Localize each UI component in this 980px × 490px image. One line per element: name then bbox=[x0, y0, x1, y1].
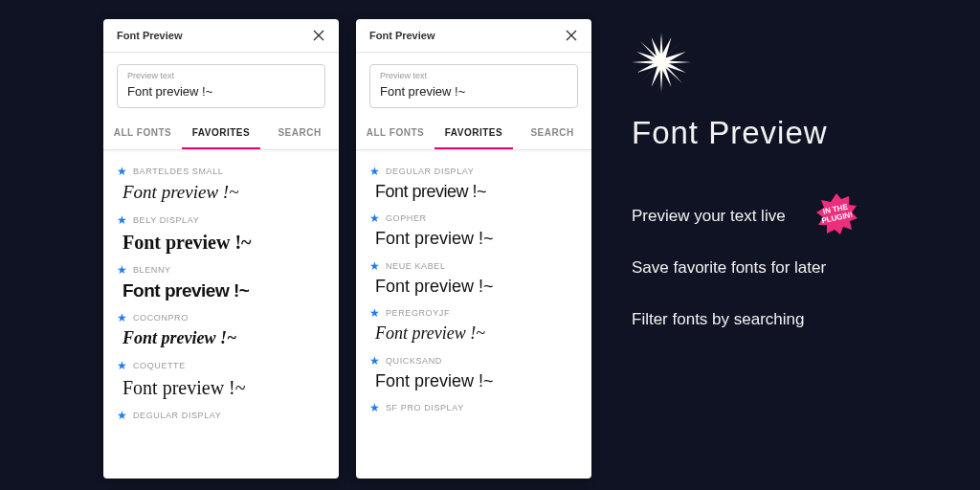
font-name-label: PEREGROYJF bbox=[386, 308, 450, 318]
font-item[interactable]: ★BLENNYFont preview !~ bbox=[117, 264, 325, 303]
font-name-label: BARTELDES SMALL bbox=[133, 167, 223, 176]
preview-text-field[interactable]: Preview text bbox=[369, 64, 578, 108]
feature-save: Save favorite fonts for later bbox=[632, 258, 826, 278]
font-preview-panel-1: Font Preview Preview text ALL FONTS FAVO… bbox=[103, 19, 339, 479]
font-sample: Font preview !~ bbox=[122, 230, 325, 255]
window-title: Font Preview bbox=[369, 30, 434, 41]
favorite-star-icon[interactable]: ★ bbox=[117, 360, 127, 371]
favorite-star-icon[interactable]: ★ bbox=[117, 214, 127, 226]
favorite-star-icon[interactable]: ★ bbox=[369, 355, 380, 367]
favorite-star-icon[interactable]: ★ bbox=[369, 166, 380, 177]
font-name-label: COCONPRO bbox=[133, 313, 189, 323]
preview-input[interactable] bbox=[127, 84, 315, 99]
favorite-star-icon[interactable]: ★ bbox=[369, 402, 380, 413]
tab-all-fonts[interactable]: ALL FONTS bbox=[356, 118, 434, 149]
font-sample: Font preview !~ bbox=[122, 375, 325, 400]
font-item[interactable]: ★GOPHERFont preview !~ bbox=[369, 212, 578, 250]
font-name-label: QUICKSAND bbox=[386, 356, 442, 366]
close-icon[interactable] bbox=[565, 29, 578, 42]
in-the-plugin-badge: IN THE PLUGIN! bbox=[813, 191, 859, 242]
font-name-label: COQUETTE bbox=[133, 361, 186, 370]
font-sample: Font preview !~ bbox=[375, 370, 578, 392]
preview-label: Preview text bbox=[127, 71, 315, 80]
close-icon[interactable] bbox=[312, 29, 325, 42]
font-sample: Font preview !~ bbox=[375, 181, 578, 203]
font-sample: Font preview !~ bbox=[375, 228, 578, 250]
favorite-star-icon[interactable]: ★ bbox=[369, 212, 380, 224]
font-item[interactable]: ★BARTELDES SMALLFont preview !~ bbox=[117, 166, 325, 205]
preview-label: Preview text bbox=[380, 71, 568, 80]
font-name-label: SF PRO DISPLAY bbox=[386, 403, 464, 412]
font-list: ★DEGULAR DISPLAYFont preview !~★GOPHERFo… bbox=[356, 150, 591, 479]
font-name-label: DEGULAR DISPLAY bbox=[386, 167, 474, 176]
panel-header: Font Preview bbox=[356, 19, 591, 53]
font-sample: Font preview !~ bbox=[122, 279, 325, 303]
font-name-label: DEGULAR DISPLAY bbox=[133, 411, 221, 420]
font-name-label: NEUE KABEL bbox=[386, 261, 446, 271]
tab-bar: ALL FONTS FAVORITES SEARCH bbox=[356, 118, 591, 150]
font-item[interactable]: ★NEUE KABELFont preview !~ bbox=[369, 260, 578, 298]
preview-text-field[interactable]: Preview text bbox=[117, 64, 325, 108]
favorite-star-icon[interactable]: ★ bbox=[117, 410, 127, 421]
feature-filter: Filter fonts by searching bbox=[632, 310, 826, 329]
favorite-star-icon[interactable]: ★ bbox=[369, 307, 380, 319]
favorite-star-icon[interactable]: ★ bbox=[117, 166, 127, 177]
tab-search[interactable]: SEARCH bbox=[513, 118, 591, 149]
font-preview-panel-2: Font Preview Preview text ALL FONTS FAVO… bbox=[356, 19, 591, 479]
font-sample: Font preview !~ bbox=[122, 181, 325, 205]
font-sample: Font preview !~ bbox=[122, 327, 325, 349]
font-name-label: BELY DISPLAY bbox=[133, 215, 199, 225]
font-name-label: GOPHER bbox=[386, 213, 427, 223]
favorite-star-icon[interactable]: ★ bbox=[369, 260, 380, 272]
window-title: Font Preview bbox=[117, 30, 182, 41]
tab-search[interactable]: SEARCH bbox=[260, 118, 339, 149]
favorite-star-icon[interactable]: ★ bbox=[117, 312, 127, 323]
tab-all-fonts[interactable]: ALL FONTS bbox=[103, 118, 182, 149]
tab-bar: ALL FONTS FAVORITES SEARCH bbox=[103, 118, 339, 150]
font-item[interactable]: ★BELY DISPLAYFont preview !~ bbox=[117, 214, 325, 255]
font-name-label: BLENNY bbox=[133, 265, 171, 275]
panel-header: Font Preview bbox=[103, 19, 339, 53]
font-item[interactable]: ★DEGULAR DISPLAY bbox=[117, 410, 325, 421]
font-item[interactable]: ★SF PRO DISPLAY bbox=[369, 402, 578, 413]
font-sample: Font preview !~ bbox=[375, 276, 578, 298]
favorite-star-icon[interactable]: ★ bbox=[117, 264, 127, 276]
font-item[interactable]: ★COCONPROFont preview !~ bbox=[117, 312, 325, 349]
feature-preview: Preview your text live IN THE PLUGIN! bbox=[632, 207, 826, 226]
font-item[interactable]: ★QUICKSANDFont preview !~ bbox=[369, 355, 578, 392]
font-list: ★BARTELDES SMALLFont preview !~★BELY DIS… bbox=[103, 150, 339, 479]
tab-favorites[interactable]: FAVORITES bbox=[434, 118, 513, 149]
promo-features: Preview your text live IN THE PLUGIN! Sa… bbox=[632, 207, 826, 329]
promo-title: Font Preview bbox=[632, 115, 828, 151]
preview-input[interactable] bbox=[380, 84, 568, 99]
font-item[interactable]: ★PEREGROYJFFont preview !~ bbox=[369, 307, 578, 345]
font-sample: Font preview !~ bbox=[375, 323, 578, 345]
sparkle-icon bbox=[632, 33, 691, 92]
font-item[interactable]: ★DEGULAR DISPLAYFont preview !~ bbox=[369, 166, 578, 203]
font-item[interactable]: ★COQUETTEFont preview !~ bbox=[117, 360, 325, 400]
tab-favorites[interactable]: FAVORITES bbox=[182, 118, 260, 149]
